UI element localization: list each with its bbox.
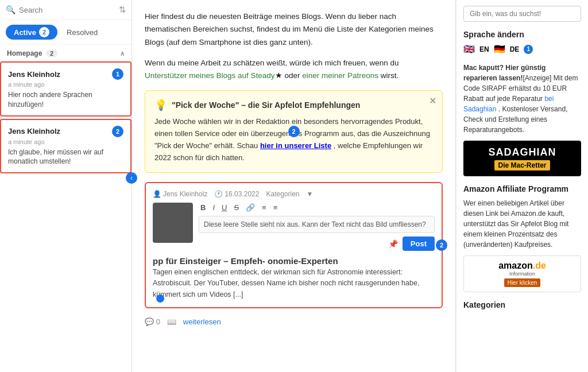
- comment-time-1: a minute ago: [8, 81, 123, 88]
- amazon-logo: amazon.de: [469, 261, 576, 271]
- sadaghian-sub: Die Mac-Retter: [494, 160, 550, 170]
- comment-text-2: Ich glaube, hier müssen wir auf monatlic…: [8, 148, 123, 167]
- strikethrough-btn[interactable]: S: [232, 203, 241, 212]
- attachment-icon[interactable]: 📌: [388, 239, 398, 249]
- sadaghian-title: SADAGHIAN: [468, 146, 577, 158]
- comment-icon: 💬 0: [145, 317, 160, 326]
- section-count: 2: [46, 49, 57, 57]
- tab-active-label: Active: [14, 28, 36, 37]
- weiterlesen-link[interactable]: weiterlesen: [183, 317, 221, 326]
- sidebar-tabs: Active 2 Resolved: [0, 20, 131, 45]
- list-btn-1[interactable]: ≡: [260, 203, 268, 212]
- flag-uk: 🇬🇧: [463, 44, 475, 55]
- tab-active-badge: 2: [39, 27, 49, 37]
- blog-comment-text: Diese leere Stelle sieht nix aus. Kann d…: [204, 220, 426, 228]
- blog-meta: 👤 Jens Kleinholz 🕐 16.03.2022 Kategorien…: [153, 190, 435, 198]
- comment-badge-1: 1: [112, 68, 123, 80]
- search-icon: 🔍: [6, 5, 16, 14]
- weiterlesen-row: 💬 0 📖 weiterlesen: [145, 317, 443, 326]
- blog-toolbar: B I U S 🔗 ≡ ≡: [199, 203, 435, 212]
- section-header: Homepage 2 ∧: [0, 45, 131, 61]
- highlight-box: ✕ 💡 "Pick der Woche" – die Sir Apfelot E…: [145, 90, 443, 172]
- support-mid: oder: [284, 71, 300, 80]
- underline-btn[interactable]: U: [220, 203, 229, 212]
- link-btn[interactable]: 🔗: [244, 203, 257, 212]
- blog-category: Kategorien: [266, 190, 299, 198]
- blog-card-badge: 2: [436, 239, 447, 251]
- comment-badge-2: 2: [112, 126, 123, 137]
- comment-text-1: Hier noch andere Sprachen hinzufügen!: [8, 90, 123, 110]
- comment-card-2[interactable]: Jens Kleinholz 2 a minute ago Ich glaube…: [0, 119, 131, 174]
- ad-tag: [Anzeige]: [523, 74, 551, 82]
- section-title: Homepage 2: [7, 49, 57, 57]
- comment-author-2: Jens Kleinholz: [8, 127, 60, 135]
- blog-comment-input[interactable]: Diese leere Stelle sieht nix aus. Kann d…: [199, 216, 435, 234]
- blog-card-title: pp für Einsteiger – Empfeh- onomie-Exper…: [153, 255, 435, 267]
- highlight-close-button[interactable]: ✕: [429, 95, 436, 106]
- sort-icon[interactable]: ⇅: [119, 5, 126, 15]
- highlight-title: "Pick der Woche" – die Sir Apfelot Empfe…: [172, 100, 360, 110]
- bold-btn[interactable]: B: [199, 203, 207, 212]
- support-end: wirst.: [381, 71, 399, 80]
- intro-paragraph: Hier findest du die neuesten Beiträge me…: [145, 10, 443, 49]
- search-input[interactable]: [19, 6, 115, 14]
- comment-author-1: Jens Kleinholz: [8, 70, 60, 79]
- list-btn-2[interactable]: ≡: [272, 203, 280, 212]
- highlight-link[interactable]: hier in unserer Liste: [260, 141, 331, 150]
- right-sidebar: Sprache ändern 🇬🇧 EN 🇩🇪 DE 1 Mac kaputt?…: [456, 0, 588, 372]
- support-link-2[interactable]: einer meiner Patreons: [302, 71, 378, 80]
- blog-card: 👤 Jens Kleinholz 🕐 16.03.2022 Kategorien…: [145, 182, 443, 308]
- tab-active[interactable]: Active 2: [6, 25, 57, 40]
- amazon-text: Wer einen beliebigen Artikel über diesen…: [463, 198, 581, 250]
- support-text: Wenn du meine Arbeit zu schätzen weißt, …: [145, 59, 399, 67]
- lang-badge: 1: [524, 45, 533, 54]
- right-search-input[interactable]: [463, 6, 581, 22]
- blog-image: [153, 203, 193, 243]
- ad-text: Mac kaputt? Hier günstig reparieren lass…: [463, 63, 581, 135]
- read-more-icon: 📖: [167, 317, 176, 326]
- section-title-text: Homepage: [7, 49, 42, 57]
- blog-card-text: Tagen einen englischen enttdeck, der wir…: [153, 267, 435, 300]
- bulb-icon: 💡: [154, 99, 167, 111]
- blog-author: Jens Kleinholz: [163, 190, 207, 198]
- flag-de: 🇩🇪: [494, 44, 505, 55]
- blog-date: 16.03.2022: [225, 190, 259, 198]
- amazon-banner[interactable]: amazon.de Information Hier klicken: [463, 255, 581, 292]
- dot-indicator: [156, 294, 164, 303]
- comment-time-2: a minute ago: [8, 138, 123, 145]
- main-content: Hier findest du die neuesten Beiträge me…: [132, 0, 456, 372]
- section-chevron[interactable]: ∧: [120, 50, 125, 57]
- tab-resolved[interactable]: Resolved: [62, 26, 102, 39]
- blog-author-icon: 👤 Jens Kleinholz: [153, 190, 207, 198]
- blog-date-icon: 🕐 16.03.2022: [214, 190, 259, 198]
- amazon-info: Information: [469, 271, 576, 277]
- kategorien-title: Kategorien: [463, 300, 581, 309]
- lang-row: 🇬🇧 EN 🇩🇪 DE 1: [463, 44, 581, 55]
- highlight-body: Jede Woche wählen wir in der Redaktion e…: [154, 116, 433, 164]
- sadaghian-banner: SADAGHIAN Die Mac-Retter: [463, 141, 581, 176]
- post-button[interactable]: Post: [403, 237, 435, 251]
- amazon-affiliate-title: Amazon Affiliate Programm: [463, 184, 581, 193]
- lang-de-label[interactable]: DE: [510, 45, 520, 53]
- support-link-1[interactable]: Unterstützer meines Blogs auf Steady: [145, 71, 275, 80]
- sidebar-collapse-toggle[interactable]: ‹: [126, 172, 137, 184]
- comment-card-1[interactable]: Jens Kleinholz 1 a minute ago Hier noch …: [0, 61, 131, 117]
- support-paragraph: Wenn du meine Arbeit zu schätzen weißt, …: [145, 57, 443, 83]
- highlight-badge: 2: [288, 126, 300, 137]
- sprache-title: Sprache ändern: [463, 30, 581, 39]
- italic-btn[interactable]: I: [211, 203, 216, 212]
- lang-en-label[interactable]: EN: [479, 45, 489, 53]
- sidebar-search-bar: 🔍 ⇅: [0, 0, 131, 20]
- amazon-tagline[interactable]: Hier klicken: [504, 278, 541, 287]
- comment-count: 0: [156, 317, 160, 326]
